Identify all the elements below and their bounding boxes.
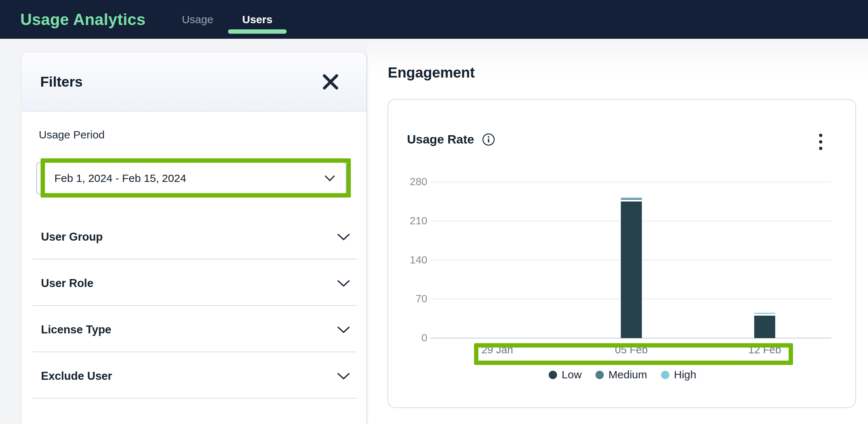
x-axis-tick-label: 12 Feb xyxy=(736,344,794,356)
bar-segment-high-12-feb xyxy=(754,313,775,314)
filter-section-user-group[interactable]: User Group xyxy=(22,226,367,248)
filters-panel-header: Filters xyxy=(22,53,366,112)
page-title: Usage Analytics xyxy=(20,0,146,39)
filter-section-user-role[interactable]: User Role xyxy=(22,273,367,294)
filter-section-license-type[interactable]: License Type xyxy=(22,319,367,341)
section-label: Exclude User xyxy=(41,370,112,383)
usage-period-label: Usage Period xyxy=(39,129,105,141)
tab-usage[interactable]: Usage xyxy=(170,0,225,39)
active-tab-underline xyxy=(228,29,287,34)
legend-item-low: Low xyxy=(549,369,582,381)
filters-panel: Filters Usage Period Feb 1, 2024 - Feb 1… xyxy=(22,53,367,424)
divider xyxy=(32,398,357,399)
x-axis-tick-label: 29 Jan xyxy=(468,344,526,356)
chart-legend: LowMediumHigh xyxy=(388,369,857,381)
x-axis-tick-label: 05 Feb xyxy=(602,344,660,356)
filter-section-exclude-user[interactable]: Exclude User xyxy=(22,365,367,387)
y-axis-tick-label: 0 xyxy=(395,332,427,344)
divider xyxy=(32,352,357,352)
usage-analytics-page: Usage Analytics Usage Users Filters Usag… xyxy=(0,0,868,424)
legend-dot xyxy=(661,371,669,379)
x-icon xyxy=(323,74,339,90)
bar-segment-low-12-feb xyxy=(754,316,775,338)
chevron-down-icon xyxy=(337,327,350,333)
section-label: User Role xyxy=(41,277,94,290)
filters-title: Filters xyxy=(40,53,83,111)
legend-label: Low xyxy=(562,369,582,381)
chevron-down-icon xyxy=(337,280,350,287)
bar-segment-medium-05-feb xyxy=(621,199,642,200)
y-axis-tick-label: 70 xyxy=(395,293,427,305)
chevron-down-icon xyxy=(337,234,350,241)
gridline xyxy=(430,182,831,182)
chevron-down-icon xyxy=(325,175,335,181)
legend-item-high: High xyxy=(661,369,697,381)
divider xyxy=(32,259,357,259)
app-header: Usage Analytics Usage Users xyxy=(0,0,868,39)
legend-item-medium: Medium xyxy=(595,369,647,381)
divider xyxy=(32,305,357,306)
bar-segment-high-05-feb xyxy=(621,198,642,199)
close-filters-button[interactable] xyxy=(321,72,340,91)
section-label: User Group xyxy=(41,230,103,244)
legend-dot xyxy=(595,371,604,379)
usage-period-dropdown[interactable]: Feb 1, 2024 - Feb 15, 2024 xyxy=(36,162,346,195)
legend-label: Medium xyxy=(609,369,647,381)
usage-period-value: Feb 1, 2024 - Feb 15, 2024 xyxy=(54,172,186,184)
usage-rate-chart: 07014021028029 Jan05 Feb12 Feb xyxy=(388,100,857,409)
legend-label: High xyxy=(674,369,697,381)
section-label: License Type xyxy=(41,323,111,336)
legend-dot xyxy=(549,371,557,379)
y-axis-tick-label: 210 xyxy=(395,215,427,227)
y-axis-tick-label: 140 xyxy=(395,254,427,266)
usage-rate-card: Usage Rate 07014021028029 Jan05 Feb12 Fe… xyxy=(387,99,856,408)
chevron-down-icon xyxy=(337,373,350,380)
engagement-heading: Engagement xyxy=(388,65,475,81)
y-axis-tick-label: 280 xyxy=(395,176,427,188)
bar-segment-low-05-feb xyxy=(621,201,642,338)
